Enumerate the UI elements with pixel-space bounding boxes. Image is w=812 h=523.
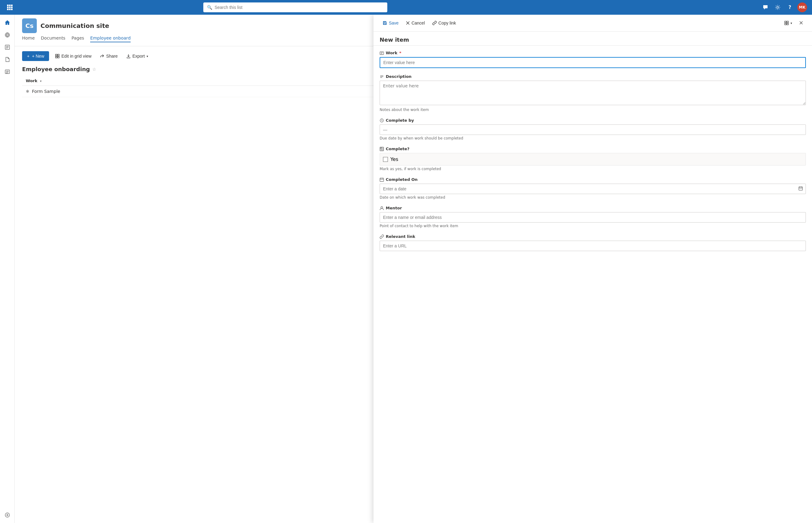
waffle-menu[interactable]: [5, 2, 15, 12]
copy-link-button[interactable]: Copy link: [429, 19, 459, 27]
content-area: Cs Communication site Home Documents Pag…: [15, 15, 812, 523]
nav-globe[interactable]: [2, 30, 13, 40]
search-box[interactable]: 🔍: [203, 2, 387, 12]
share-label: Share: [106, 54, 118, 58]
field-complete-label-text: Complete?: [386, 146, 409, 151]
cancel-icon: [406, 21, 410, 25]
field-description: Description Notes about the work item: [380, 74, 806, 112]
nav-item-home[interactable]: Home: [22, 36, 35, 42]
chat-icon[interactable]: [760, 2, 770, 12]
complete-yes-label: Yes: [390, 156, 398, 162]
field-complete-by-label-text: Complete by: [386, 118, 414, 123]
search-input[interactable]: [215, 5, 384, 10]
edit-grid-label: Edit in grid view: [61, 54, 91, 58]
svg-rect-7: [9, 8, 11, 10]
field-mentor: Mentor Point of contact to help with the…: [380, 206, 806, 228]
field-description-label: Description: [380, 74, 806, 79]
relevant-link-icon: [380, 235, 384, 239]
save-icon: [383, 21, 387, 25]
nav-item-documents[interactable]: Documents: [41, 36, 65, 42]
relevant-link-input[interactable]: [380, 241, 806, 251]
save-label: Save: [389, 20, 399, 25]
field-mentor-label-text: Mentor: [386, 206, 402, 210]
settings-icon[interactable]: [773, 2, 782, 12]
mentor-input[interactable]: [380, 212, 806, 222]
new-button[interactable]: + + New: [22, 51, 49, 61]
nav-add[interactable]: [2, 509, 13, 521]
complete-checkbox[interactable]: [383, 157, 388, 162]
work-field-icon: [380, 51, 384, 55]
complete-by-input[interactable]: [380, 124, 806, 135]
plus-icon: +: [27, 54, 30, 58]
svg-rect-4: [9, 7, 11, 8]
field-work: Work *: [380, 51, 806, 68]
svg-rect-2: [11, 5, 13, 6]
svg-rect-30: [785, 21, 786, 23]
save-button[interactable]: Save: [380, 19, 402, 27]
complete-checkbox-row: Yes: [380, 153, 806, 165]
svg-rect-23: [58, 54, 59, 56]
svg-rect-32: [785, 23, 786, 25]
search-icon: 🔍: [207, 5, 212, 10]
svg-rect-1: [9, 5, 11, 6]
list-title: Employee onboarding: [22, 66, 90, 72]
close-panel-button[interactable]: ✕: [796, 18, 806, 28]
field-completed-on: Completed On Date on which work was comp…: [380, 177, 806, 200]
nav-file[interactable]: [2, 54, 13, 65]
complete-hint: Mark as yes, if work is completed: [380, 167, 806, 171]
avatar-initials: MK: [799, 5, 805, 10]
field-work-label: Work *: [380, 51, 806, 55]
copy-link-icon: [432, 21, 437, 25]
field-relevant-link-label-text: Relevant link: [386, 234, 415, 239]
nav-notes[interactable]: [2, 42, 13, 53]
description-hint: Notes about the work item: [380, 108, 806, 112]
field-description-label-text: Description: [386, 74, 412, 79]
nav-item-employee-onboard[interactable]: Employee onboard: [90, 36, 131, 42]
description-textarea[interactable]: [380, 80, 806, 105]
nav-item-pages[interactable]: Pages: [71, 36, 84, 42]
description-field-icon: [380, 74, 384, 79]
work-value: Form Sample: [32, 89, 60, 94]
svg-rect-31: [787, 21, 788, 23]
complete-field-icon: [380, 147, 384, 151]
completed-on-hint: Date on which work was completed: [380, 195, 806, 200]
panel-view-toggle[interactable]: ▾: [781, 19, 795, 27]
user-avatar[interactable]: MK: [797, 2, 807, 12]
nav-home[interactable]: [2, 17, 13, 28]
svg-rect-46: [380, 178, 384, 181]
row-pin-icon: ✱: [26, 89, 30, 94]
topbar: 🔍 ? MK: [0, 0, 812, 15]
site-name: Communication site: [40, 22, 109, 30]
date-picker-icon[interactable]: [798, 186, 803, 192]
export-button[interactable]: Export ▾: [124, 51, 150, 61]
nav-list[interactable]: [2, 66, 13, 77]
topbar-right-actions: ? MK: [760, 2, 807, 12]
svg-rect-42: [381, 148, 382, 149]
cancel-button[interactable]: Cancel: [403, 19, 428, 27]
field-complete-label: Complete?: [380, 146, 806, 151]
work-col-chevron-icon: ▾: [40, 79, 41, 83]
svg-rect-24: [55, 56, 57, 58]
edit-grid-button[interactable]: Edit in grid view: [53, 51, 94, 61]
work-input[interactable]: [380, 57, 806, 68]
svg-rect-6: [7, 8, 8, 10]
favorite-star-icon[interactable]: ☆: [92, 67, 96, 72]
field-relevant-link-label: Relevant link: [380, 234, 806, 239]
field-completed-on-label: Completed On: [380, 177, 806, 182]
field-complete-by: Complete by Due date by when work should…: [380, 118, 806, 140]
complete-by-hint: Due date by when work should be complete…: [380, 136, 806, 140]
svg-rect-5: [11, 7, 13, 8]
help-icon[interactable]: ?: [785, 2, 795, 12]
field-complete-by-label: Complete by: [380, 118, 806, 123]
edit-grid-icon: [55, 54, 59, 58]
site-logo: Cs: [22, 18, 37, 33]
completed-on-input[interactable]: [380, 184, 806, 194]
svg-point-54: [381, 206, 383, 209]
main-layout: Cs Communication site Home Documents Pag…: [0, 15, 812, 523]
export-chevron-icon: ▾: [147, 55, 148, 58]
panel-title: New item: [374, 32, 812, 46]
share-button[interactable]: Share: [97, 51, 120, 61]
new-item-panel: Save Cancel Copy link ▾ ✕: [374, 15, 812, 523]
field-relevant-link: Relevant link: [380, 234, 806, 251]
left-nav: [0, 15, 15, 523]
